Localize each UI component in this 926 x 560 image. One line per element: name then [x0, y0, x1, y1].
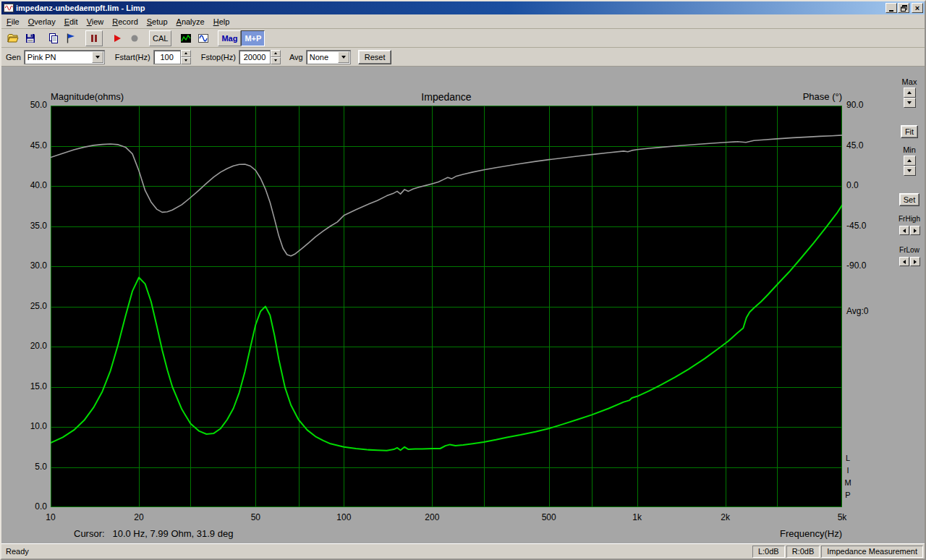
mag-toggle-button[interactable]: Mag	[218, 30, 241, 46]
left-axis-tick: 25.0	[1, 301, 47, 311]
x-axis-tick: 2k	[708, 512, 744, 522]
right-arrow-icon	[914, 229, 917, 233]
pause-button[interactable]	[85, 30, 103, 46]
left-level-indicator: L:0dB	[752, 546, 785, 558]
right-axis-tick: -90.0	[846, 260, 880, 271]
menu-help[interactable]: Help	[209, 15, 234, 28]
x-axis-title: Frequency(Hz)	[780, 528, 842, 539]
fit-button[interactable]: Fit	[901, 125, 918, 138]
fstop-down-button[interactable]	[271, 57, 281, 64]
frlow-label: FrLow	[899, 246, 919, 254]
pause-icon	[88, 33, 100, 44]
close-button[interactable]: ×	[912, 3, 923, 13]
averaging-select[interactable]: None	[306, 50, 351, 64]
x-axis-tick: 1k	[619, 512, 655, 522]
menu-analyze[interactable]: Analyze	[172, 15, 209, 28]
toolbar-separator	[80, 30, 85, 46]
fstart-up-button[interactable]	[181, 50, 191, 57]
max-down-button[interactable]	[904, 98, 916, 108]
menu-edit[interactable]: Edit	[60, 15, 82, 28]
x-axis-tick: 5k	[824, 512, 860, 522]
app-icon	[4, 3, 14, 13]
fstop-label: Fstop(Hz)	[201, 53, 236, 61]
chart-title: Impedance	[51, 91, 842, 103]
menu-record[interactable]: Record	[108, 15, 142, 28]
window-title: impedanz-unbedaempft.lim - Limp	[16, 4, 885, 12]
frlow-right-button[interactable]	[910, 257, 920, 266]
menu-file[interactable]: File	[2, 15, 24, 28]
min-up-button[interactable]	[904, 156, 916, 166]
restore-button[interactable]	[898, 3, 909, 13]
fstart-input[interactable]: 100	[153, 50, 181, 64]
menu-view[interactable]: View	[82, 15, 109, 28]
x-axis-tick: 200	[414, 512, 450, 522]
avg-label: Avg	[289, 53, 303, 61]
left-arrow-icon	[903, 229, 906, 233]
fstart-down-button[interactable]	[181, 57, 191, 64]
cursor-row: Cursor: 10.0 Hz, 7.99 Ohm, 31.9 deg Freq…	[51, 528, 842, 539]
left-arrow-icon	[903, 260, 906, 264]
frhigh-arrows	[899, 226, 920, 235]
x-axis-tick: 100	[326, 512, 362, 522]
save-file-button[interactable]	[22, 30, 39, 46]
plot-canvas[interactable]	[51, 106, 842, 507]
toolbar-separator	[171, 30, 177, 46]
fstop-up-button[interactable]	[271, 50, 281, 57]
right-level-indicator: R:0dB	[786, 546, 820, 558]
main-toolbar: CAL Mag M+P	[1, 29, 925, 48]
down-arrow-icon	[907, 101, 912, 104]
left-axis-tick: 15.0	[1, 381, 47, 391]
close-icon: ×	[915, 4, 919, 12]
record-button[interactable]	[126, 30, 143, 46]
left-axis-tick: 35.0	[1, 221, 47, 231]
cal-button[interactable]: CAL	[149, 30, 171, 46]
fstart-label: Fstart(Hz)	[115, 53, 150, 61]
chart-control-panel: Max Fit Min Set FrHigh FrLow	[894, 67, 925, 543]
open-file-button[interactable]	[4, 30, 22, 46]
frhigh-left-button[interactable]	[899, 226, 909, 235]
frlow-arrows	[899, 257, 920, 266]
restore-icon	[901, 5, 907, 12]
generator-bar: Gen Pink PN Fstart(Hz) 100 Fstop(Hz) 200…	[1, 48, 925, 67]
frhigh-right-button[interactable]	[910, 226, 920, 235]
series-impedance-phase	[51, 135, 842, 256]
left-axis-tick: 50.0	[1, 100, 47, 110]
copy-button[interactable]	[45, 30, 62, 46]
minimize-button[interactable]	[885, 3, 897, 13]
right-axis-tick: -45.0	[846, 221, 880, 231]
chevron-down-icon[interactable]	[92, 51, 103, 63]
min-label: Min	[903, 145, 916, 154]
right-axis-title: Phase (°)	[803, 91, 842, 102]
mag-phase-toggle-button[interactable]: M+P	[241, 30, 265, 46]
min-down-button[interactable]	[904, 166, 916, 176]
limp-window: impedanz-unbedaempft.lim - Limp × File O…	[0, 0, 926, 560]
record-icon	[129, 33, 140, 44]
down-arrow-icon	[907, 169, 912, 172]
menu-setup[interactable]: Setup	[143, 15, 172, 28]
left-axis-tick: 20.0	[1, 341, 47, 351]
overlay-flag-button[interactable]	[62, 30, 80, 46]
measurement-mode-indicator: Impedance Measurement	[821, 546, 923, 558]
copy-icon	[48, 33, 59, 44]
signal-generator-button[interactable]	[195, 30, 212, 46]
title-bar[interactable]: impedanz-unbedaempft.lim - Limp ×	[1, 1, 925, 14]
chevron-down-icon[interactable]	[338, 51, 349, 63]
open-folder-icon	[7, 33, 19, 44]
up-arrow-icon	[907, 159, 912, 162]
overlay-flag-icon	[65, 33, 77, 44]
max-up-button[interactable]	[904, 88, 916, 98]
left-axis-tick: 10.0	[1, 421, 47, 431]
frlow-left-button[interactable]	[899, 257, 909, 266]
generator-type-select[interactable]: Pink PN	[24, 50, 105, 64]
menu-overlay[interactable]: Overlay	[24, 15, 60, 28]
right-axis-tick: 0.0	[846, 180, 880, 190]
x-axis-tick: 20	[121, 512, 157, 522]
play-button[interactable]	[109, 30, 126, 46]
toolbar-separator	[143, 30, 149, 46]
fstop-input[interactable]: 20000	[239, 50, 271, 64]
set-button[interactable]: Set	[899, 193, 920, 206]
reset-button[interactable]: Reset	[358, 50, 392, 64]
limp-vertical-logo: L I M P	[844, 452, 852, 501]
right-axis-tick: 90.0	[846, 100, 880, 110]
spectrum-button[interactable]	[177, 30, 195, 46]
